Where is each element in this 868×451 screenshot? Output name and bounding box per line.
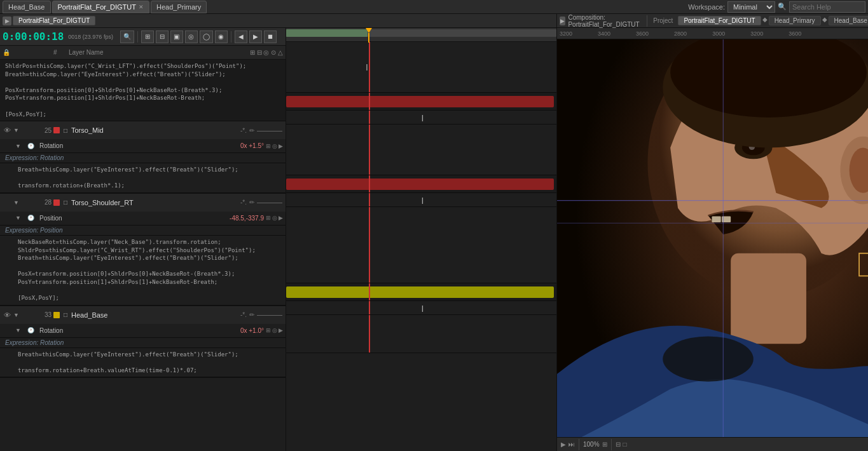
prop-expand-28[interactable]: ▼	[15, 215, 25, 221]
layer-item-torso-shoulder: ▼ 28 □ Torso_Shoulder_RT -*. ✏ ————	[0, 194, 286, 306]
prop-row-position-28: ▼ 🕐 Position -48.5,-337.9 ⊞ ◎ ▶	[0, 212, 286, 226]
track-top-expr: I	[286, 42, 556, 93]
viewer-play-btn[interactable]: ▶	[561, 441, 566, 448]
viewer-ruler-3600b: 3600	[789, 30, 801, 37]
viewer-ruler-3200b: 3200	[750, 30, 763, 37]
timeline-tracks: I I	[286, 42, 556, 451]
layer-expand-head-base[interactable]: ▼	[13, 312, 24, 318]
layer-row-torso-shoulder[interactable]: ▼ 28 □ Torso_Shoulder_RT -*. ✏ ————	[0, 194, 286, 212]
viewer-ruler-3600: 3600	[636, 30, 649, 37]
diamond-2: ◆	[822, 16, 827, 25]
toolbar-row: 0:00:00:18 0018 (23.976 fps) 🔍 ⊞ ⊟ ▣ ◎ ◯…	[0, 28, 286, 46]
col-hash: #	[53, 49, 69, 56]
prop-expand-25[interactable]: ▼	[15, 143, 25, 149]
layer-ctrl-anim[interactable]: -*.	[240, 127, 247, 134]
tab-portraitflat[interactable]: PortraitFlat_For_DIGTUT ✕	[52, 1, 149, 13]
expr-label-rotation-33: Expression: Rotation	[0, 338, 286, 348]
comp-tab-portraitflat[interactable]: PortraitFlat_For_DIGTUT	[13, 16, 95, 25]
workspace-dropdown[interactable]: Minimal Standard	[727, 1, 775, 13]
prop-icon-28-btn-1[interactable]: ⊞	[266, 215, 271, 221]
layer-controls-28: -*. ✏ ————	[240, 199, 283, 206]
track-cursor-prop-33	[369, 301, 370, 314]
prop-clock-33: 🕐	[27, 327, 38, 333]
layer-controls-33: -*. ✏ ————	[240, 311, 283, 318]
timeline-ruler[interactable]: 0:00f 00:12f 01:00f 01:12f 02:00f 02	[286, 28, 556, 42]
comp-tab-head-primary-right[interactable]: Head_Primary	[769, 16, 821, 25]
layer-controls-25: -*. ✏ ————	[240, 127, 283, 134]
prop-icon-33-btn-1[interactable]: ⊞	[266, 327, 271, 333]
tab-head-base[interactable]: Head_Base	[3, 1, 51, 13]
layer-ctrl-edit[interactable]: ✏	[249, 127, 255, 134]
track-bar-fill-28	[286, 178, 554, 190]
cursor-ibeam-33: I	[422, 304, 424, 314]
prop-value-rotation-33: 0x +1.0°	[240, 327, 264, 334]
playback-btn-3[interactable]: ⏹	[264, 30, 277, 43]
layer-item-torso-mid: 👁 ▼ 25 □ Torso_Mid -*. ✏	[0, 121, 286, 194]
prop-icon-33-btn-2[interactable]: ◎	[272, 327, 277, 333]
track-cursor-expr-33	[369, 315, 370, 353]
viewer-skip-btn[interactable]: ⏭	[568, 441, 575, 448]
toggle-btn-5[interactable]: ◯	[200, 30, 213, 43]
prop-icon-28-btn-2[interactable]: ◎	[272, 215, 277, 221]
toggle-btn-1[interactable]: ⊞	[141, 30, 154, 43]
layer-name-25: Torso_Mid	[71, 126, 238, 134]
viewer-sep-1	[579, 439, 579, 450]
timeline-area: 0:00f 00:12f 01:00f 01:12f 02:00f 02	[286, 28, 556, 451]
layer-list: 0:00:00:18 0018 (23.976 fps) 🔍 ⊞ ⊟ ▣ ◎ ◯…	[0, 28, 286, 451]
toggle-btn-4[interactable]: ◎	[185, 30, 198, 43]
tab-head-primary[interactable]: Head_Primary	[151, 1, 207, 13]
prop-expand-33[interactable]: ▼	[15, 327, 25, 333]
viewer-ruler-2800: 2800	[674, 30, 687, 37]
layer-expand-torso-mid[interactable]: ▼	[13, 127, 24, 133]
magnify-btn[interactable]: 🔍	[120, 30, 134, 43]
expr-code-rotation-33: Breath=thisComp.layer("EyeInterest").eff…	[18, 351, 280, 375]
layer-eye-torso-mid[interactable]: 👁	[3, 126, 11, 135]
search-input[interactable]	[789, 1, 865, 13]
track-bar-fill-33	[286, 286, 554, 298]
comp-tab-portraitflat-right[interactable]: PortraitFlat_For_DIGTUT	[678, 16, 761, 25]
playback-btn-1[interactable]: ◀	[235, 30, 247, 43]
layer-row-torso-mid[interactable]: 👁 ▼ 25 □ Torso_Mid -*. ✏	[0, 121, 286, 139]
layer-eye-torso-shoulder[interactable]	[3, 198, 11, 207]
toggle-btn-2[interactable]: ⊟	[156, 30, 169, 43]
diamond-1: ◆	[762, 16, 768, 25]
prop-icon-btn-2[interactable]: ◎	[272, 143, 277, 149]
viewer-grid-btn[interactable]: ⊟	[616, 441, 621, 448]
track-bar-25	[286, 93, 556, 111]
layer-icon-28: □	[62, 199, 69, 206]
svg-rect-5	[731, 253, 806, 344]
layer-expand-torso-shoulder[interactable]: ▼	[13, 199, 24, 206]
prop-icon-33-btn-3[interactable]: ▶	[279, 327, 283, 333]
project-label: Project	[653, 17, 673, 24]
portrait-svg	[557, 39, 868, 437]
viewer-safe-btn[interactable]: □	[623, 441, 627, 448]
layer-ctrl-33-edit[interactable]: ✏	[249, 311, 255, 318]
track-expr-28	[286, 207, 556, 283]
prop-icon-btn-1[interactable]: ⊞	[266, 143, 271, 149]
viewer-ruler-3000: 3000	[712, 30, 725, 37]
tab-portraitflat-close[interactable]: ✕	[139, 4, 144, 10]
prop-icons-28: ⊞ ◎ ▶	[266, 215, 283, 221]
track-cursor-expr-25	[369, 125, 370, 175]
layer-ctrl-28-edit[interactable]: ✏	[249, 199, 255, 206]
track-cursor-top	[369, 42, 370, 92]
layer-ctrl-28-anim[interactable]: -*.	[240, 199, 247, 206]
viewer-fit-btn[interactable]: ⊞	[602, 441, 607, 448]
layer-row-head-base[interactable]: 👁 ▼ 33 □ Head_Base -*. ✏	[0, 306, 286, 324]
comp-tab-head-base-right[interactable]: Head_Base	[829, 16, 868, 25]
layer-icon-25: □	[62, 126, 69, 134]
top-expr-text: ShldrPos=thisComp.layer("C_Wrist_LFT").e…	[5, 62, 280, 118]
prop-icon-28-btn-3[interactable]: ▶	[279, 215, 283, 221]
playback-btn-2[interactable]: ▶	[249, 30, 262, 43]
prop-icons-33: ⊞ ◎ ▶	[266, 327, 283, 333]
layer-ctrl-33-anim[interactable]: -*.	[240, 311, 247, 318]
ruler-content: 0:00f 00:12f 01:00f 01:12f 02:00f 02	[286, 28, 556, 41]
prop-icon-btn-3[interactable]: ▶	[279, 143, 283, 149]
expr-code-rotation-25: Breath=thisComp.layer("EyeInterest").eff…	[18, 166, 280, 190]
track-cursor-prop-28	[369, 193, 370, 206]
comp-header: ▶ Composition: PortraitFlat_For_DIGTUT P…	[557, 14, 868, 28]
col-name: Layer Name	[69, 49, 207, 56]
toggle-btn-6[interactable]: ◉	[215, 30, 228, 43]
toggle-btn-3[interactable]: ▣	[170, 30, 183, 43]
layer-eye-head-base[interactable]: 👁	[3, 311, 11, 320]
